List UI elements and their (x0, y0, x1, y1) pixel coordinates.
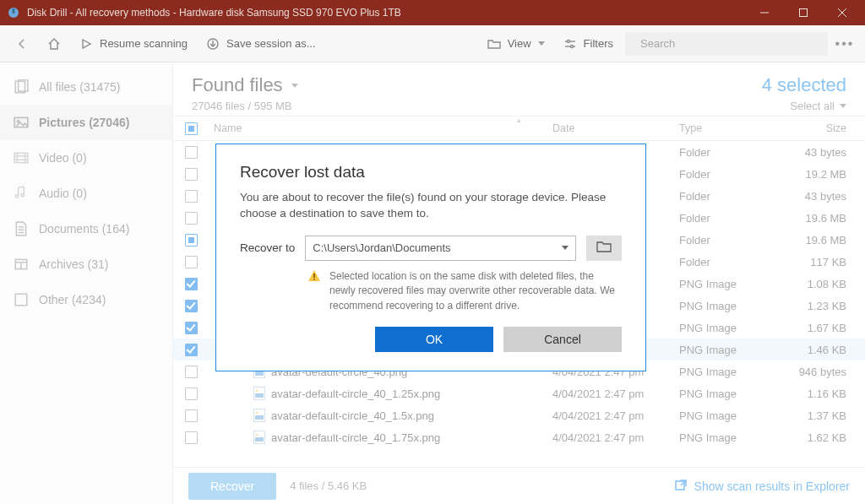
table-row[interactable]: avatar-default-circle_40_1.75x.png4/04/2… (173, 426, 865, 448)
table-row[interactable]: avatar-default-circle_40_1.5x.png4/04/20… (173, 404, 865, 426)
file-type: PNG Image (679, 409, 781, 422)
download-icon (206, 37, 220, 51)
file-type: Folder (679, 146, 781, 159)
sliders-icon (563, 37, 577, 51)
file-size: 19.6 MB (781, 234, 865, 247)
file-type: PNG Image (679, 366, 781, 378)
file-type: PNG Image (679, 322, 781, 334)
svg-point-10 (567, 40, 569, 42)
cancel-button[interactable]: Cancel (503, 327, 622, 352)
ellipsis-icon: ••• (835, 36, 855, 51)
sidebar-item-pictures[interactable]: Pictures (27046) (0, 105, 172, 140)
file-name: avatar-default-circle_40_1.75x.png (271, 431, 440, 444)
sidebar-item-other[interactable]: Other (4234) (0, 282, 172, 317)
file-date: 4/04/2021 2:47 pm (552, 387, 679, 400)
column-header-date[interactable]: Date (552, 122, 679, 134)
row-checkbox[interactable] (185, 212, 198, 225)
sidebar-item-audio[interactable]: Audio (0) (0, 176, 172, 211)
svg-point-17 (17, 121, 19, 123)
window-close-button[interactable] (823, 0, 862, 25)
chevron-down-icon (291, 84, 298, 88)
chevron-down-icon (840, 104, 846, 108)
window-title: Disk Drill - All recovery methods - Hard… (27, 7, 745, 19)
save-session-button[interactable]: Save session as... (199, 34, 323, 54)
row-checkbox[interactable] (185, 278, 198, 290)
file-size: 1.67 KB (781, 322, 865, 334)
svg-rect-31 (15, 294, 27, 306)
row-checkbox[interactable] (185, 234, 198, 247)
file-date: 4/04/2021 2:47 pm (552, 431, 679, 444)
chevron-down-icon (538, 41, 545, 46)
file-size: 1.23 KB (781, 300, 865, 312)
recover-dialog: Recover lost data You are about to recov… (215, 144, 646, 371)
page-title-dropdown[interactable]: Found files (192, 74, 762, 96)
filters-button[interactable]: Filters (557, 34, 620, 54)
window-maximize-button[interactable] (784, 0, 823, 25)
show-in-explorer-link[interactable]: Show scan results in Explorer (674, 478, 850, 494)
destination-path-select[interactable]: C:\Users\Jordan\Documents (305, 236, 576, 261)
browse-folder-button[interactable] (586, 236, 622, 261)
row-checkbox[interactable] (185, 322, 198, 334)
sidebar-item-label: Archives (31) (39, 257, 108, 271)
svg-rect-18 (14, 153, 28, 162)
column-header-row: Name▴ Date Type Size (173, 116, 865, 141)
more-menu-button[interactable]: ••• (833, 36, 857, 51)
file-name: avatar-default-circle_40_1.25x.png (271, 387, 440, 400)
pictures-icon (14, 115, 29, 130)
row-checkbox[interactable] (185, 300, 198, 312)
svg-point-23 (15, 195, 18, 198)
row-checkbox[interactable] (185, 387, 198, 400)
sort-caret-icon: ▴ (517, 116, 521, 124)
back-button[interactable] (8, 34, 35, 54)
selection-summary: 4 files / 5.46 KB (290, 480, 367, 492)
file-type: PNG Image (679, 278, 781, 290)
row-checkbox[interactable] (185, 344, 198, 356)
column-header-type[interactable]: Type (679, 122, 781, 134)
view-dropdown[interactable]: View (481, 34, 552, 54)
file-size: 19.2 MB (781, 168, 865, 181)
table-row[interactable]: avatar-default-circle_40_1.25x.png4/04/2… (173, 382, 865, 404)
sidebar-item-label: All files (31475) (39, 80, 121, 94)
svg-marker-6 (83, 40, 90, 48)
resume-scanning-label: Resume scanning (100, 37, 188, 50)
row-checkbox[interactable] (185, 431, 198, 444)
page-subtitle: 27046 files / 595 MB (192, 100, 762, 112)
column-header-name[interactable]: Name▴ (209, 122, 552, 134)
file-type: Folder (679, 168, 781, 181)
selection-count: 4 selected (762, 74, 846, 96)
sidebar-item-video[interactable]: Video (0) (0, 140, 172, 176)
folder-icon (596, 241, 612, 255)
file-size: 1.46 KB (781, 344, 865, 356)
file-type: PNG Image (679, 300, 781, 312)
sidebar-item-label: Other (4234) (39, 293, 106, 306)
window-minimize-button[interactable] (745, 0, 784, 25)
sidebar-item-label: Audio (0) (39, 187, 87, 200)
file-size: 1.16 KB (781, 387, 865, 400)
file-type: Folder (679, 234, 781, 247)
row-checkbox[interactable] (185, 190, 198, 203)
file-type: PNG Image (679, 387, 781, 400)
select-all-dropdown[interactable]: Select all (762, 100, 846, 112)
row-checkbox[interactable] (185, 168, 198, 181)
recover-button[interactable]: Recover (188, 473, 276, 500)
sidebar-item-archives[interactable]: Archives (31) (0, 247, 172, 282)
svg-point-52 (256, 412, 258, 414)
select-all-checkbox[interactable] (185, 122, 198, 135)
search-input[interactable]: Search (625, 32, 828, 56)
sidebar-item-all[interactable]: All files (31475) (0, 69, 172, 105)
row-checkbox[interactable] (185, 146, 198, 159)
file-size: 19.6 MB (781, 212, 865, 225)
home-button[interactable] (41, 34, 68, 54)
column-header-size[interactable]: Size (781, 122, 865, 134)
sidebar-item-documents[interactable]: Documents (164) (0, 211, 172, 247)
row-checkbox[interactable] (185, 366, 198, 378)
row-checkbox[interactable] (185, 409, 198, 422)
row-checkbox[interactable] (185, 256, 198, 268)
warning-text: Selected location is on the same disk wi… (329, 269, 622, 313)
resume-scanning-button[interactable]: Resume scanning (73, 34, 194, 54)
ok-button[interactable]: OK (375, 327, 493, 352)
save-session-label: Save session as... (226, 37, 316, 50)
sidebar-item-label: Video (0) (39, 151, 87, 165)
filters-label: Filters (584, 37, 613, 50)
destination-path-value: C:\Users\Jordan\Documents (313, 241, 450, 254)
